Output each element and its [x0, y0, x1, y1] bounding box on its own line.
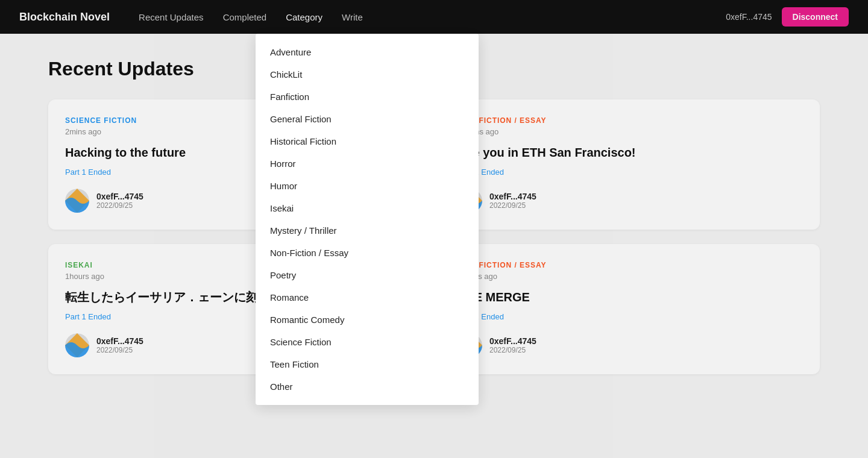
category-item[interactable]: Horror	[256, 152, 479, 175]
category-item[interactable]: Mystery / Thriller	[256, 219, 479, 242]
category-item[interactable]: Science Fiction	[256, 331, 479, 353]
category-item[interactable]: Romance	[256, 286, 479, 309]
category-item[interactable]: Fanfiction	[256, 86, 479, 108]
category-item[interactable]: Other	[256, 375, 479, 398]
category-item[interactable]: Humor	[256, 175, 479, 197]
category-item[interactable]: Adventure	[256, 41, 479, 63]
category-item[interactable]: Historical Fiction	[256, 130, 479, 152]
category-item[interactable]: Non-Fiction / Essay	[256, 242, 479, 264]
category-item[interactable]: Poetry	[256, 264, 479, 286]
category-item[interactable]: Isekai	[256, 197, 479, 219]
category-item[interactable]: Teen Fiction	[256, 353, 479, 375]
category-item[interactable]: Romantic Comedy	[256, 309, 479, 331]
category-item[interactable]: ChickLit	[256, 63, 479, 86]
category-item[interactable]: General Fiction	[256, 108, 479, 130]
category-dropdown: AdventureChickLitFanfictionGeneral Ficti…	[256, 34, 479, 398]
